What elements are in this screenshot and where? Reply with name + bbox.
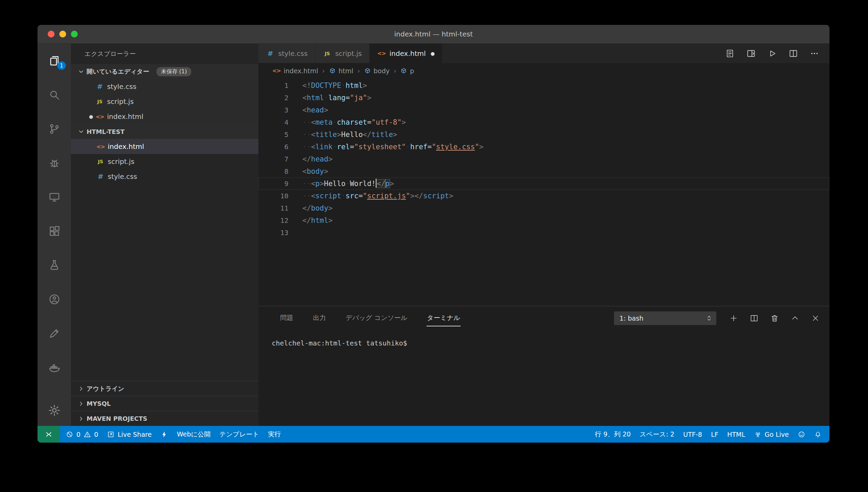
status-label: LF bbox=[711, 431, 718, 438]
code-line-5[interactable]: 5··<title>Hello</title> bbox=[258, 128, 829, 141]
new-terminal-button[interactable] bbox=[729, 314, 738, 323]
code-line-2[interactable]: 2<html·lang="ja"> bbox=[258, 92, 829, 104]
file-name: style.css bbox=[107, 82, 136, 91]
line-number: 5 bbox=[258, 128, 288, 141]
code-line-13[interactable]: 13 bbox=[258, 227, 829, 239]
close-window-button[interactable] bbox=[48, 31, 55, 37]
status-label: Live Share bbox=[118, 431, 152, 438]
split-terminal-button[interactable] bbox=[750, 314, 759, 323]
activity-editing[interactable] bbox=[38, 316, 71, 350]
whitespace-dot: · bbox=[333, 143, 337, 151]
close-panel-button[interactable] bbox=[811, 314, 820, 323]
minimize-window-button[interactable] bbox=[59, 31, 66, 37]
code-line-6[interactable]: 6··<link·rel="stylesheet"·href="style.cs… bbox=[258, 141, 829, 153]
tab-index.html[interactable]: <>index.html● bbox=[370, 44, 443, 63]
activity-search[interactable] bbox=[38, 78, 71, 112]
code-line-11[interactable]: 11</body> bbox=[258, 202, 829, 214]
status-language-mode[interactable]: HTML bbox=[723, 426, 750, 443]
status-template[interactable]: テンプレート bbox=[215, 426, 264, 443]
breadcrumb-p[interactable]: p bbox=[400, 67, 414, 75]
activity-settings[interactable] bbox=[38, 395, 71, 426]
panel-tab-output[interactable]: 出力 bbox=[312, 310, 327, 326]
line-content: </body> bbox=[288, 202, 333, 214]
code-line-9[interactable]: 9··<p>Hello·World!</p> bbox=[258, 178, 829, 190]
breadcrumb-index.html[interactable]: <>index.html bbox=[272, 67, 318, 75]
code-line-3[interactable]: 3<head> bbox=[258, 104, 829, 116]
activity-remote-explorer[interactable] bbox=[38, 180, 71, 214]
code-line-12[interactable]: 12</html> bbox=[258, 214, 829, 227]
open-changes-button[interactable] bbox=[746, 49, 756, 58]
status-indentation[interactable]: スペース: 2 bbox=[635, 426, 679, 443]
section-maven-projects[interactable]: MAVEN PROJECTS bbox=[71, 411, 258, 426]
beaker-icon bbox=[48, 259, 61, 272]
activity-extensions[interactable] bbox=[38, 214, 71, 248]
breadcrumb-separator: › bbox=[322, 67, 325, 75]
status-problems[interactable]: 00 bbox=[61, 426, 103, 443]
status-bolt[interactable] bbox=[156, 426, 173, 443]
tab-label: script.js bbox=[335, 49, 362, 58]
run-button[interactable] bbox=[767, 49, 777, 58]
more-icon bbox=[810, 49, 819, 58]
status-encoding[interactable]: UTF-8 bbox=[679, 426, 706, 443]
panel-tab-terminal[interactable]: ターミナル bbox=[426, 310, 461, 326]
kill-terminal-button[interactable] bbox=[770, 314, 779, 323]
code-line-1[interactable]: 1<!DOCTYPE·html> bbox=[258, 79, 829, 92]
code-line-8[interactable]: 8<body> bbox=[258, 165, 829, 178]
title-bar[interactable]: index.html — html-test bbox=[38, 25, 829, 44]
status-go-live[interactable]: Go Live bbox=[750, 426, 793, 443]
status-cursor-position[interactable]: 行 9、列 20 bbox=[590, 426, 635, 443]
line-content: ··<script·src="script.js"></script> bbox=[288, 190, 453, 202]
status-live-share[interactable]: Live Share bbox=[103, 426, 156, 443]
file-index.html[interactable]: <>index.html bbox=[71, 139, 258, 154]
status-notifications[interactable] bbox=[810, 426, 826, 443]
chevU-icon bbox=[791, 314, 799, 323]
status-eol[interactable]: LF bbox=[706, 426, 723, 443]
breadcrumb-html[interactable]: html bbox=[329, 67, 353, 75]
status-bar: 00Live ShareWebに公開テンプレート実行 行 9、列 20スペース:… bbox=[38, 426, 829, 443]
activity-live-share[interactable] bbox=[38, 282, 71, 316]
tab-style.css[interactable]: #style.css bbox=[258, 44, 315, 63]
open-editor-index.html[interactable]: ●<>index.html bbox=[71, 109, 258, 124]
breadcrumb-label: html bbox=[339, 67, 353, 75]
tab-script.js[interactable]: JSscript.js bbox=[315, 44, 370, 63]
activity-docker[interactable] bbox=[38, 350, 71, 384]
open-editor-script.js[interactable]: JSscript.js bbox=[71, 94, 258, 109]
folder-header[interactable]: HTML-TEST bbox=[71, 124, 258, 139]
file-script.js[interactable]: JSscript.js bbox=[71, 154, 258, 169]
status-remote-indicator[interactable] bbox=[38, 426, 60, 443]
html-file-icon: <> bbox=[95, 113, 104, 120]
code-line-10[interactable]: 10··<script·src="script.js"></script> bbox=[258, 190, 829, 202]
panel-tab-debug-console[interactable]: デバッグ コンソール bbox=[345, 310, 408, 326]
more-actions-button[interactable] bbox=[810, 49, 819, 58]
code-editor[interactable]: 1<!DOCTYPE·html>2<html·lang="ja">3<head>… bbox=[258, 78, 829, 306]
open-editor-style.css[interactable]: #style.css bbox=[71, 79, 258, 94]
terminal-picker[interactable]: 1: bash bbox=[614, 311, 716, 325]
bell-icon bbox=[814, 431, 822, 438]
status-feedback[interactable] bbox=[793, 426, 810, 443]
js-file-icon: JS bbox=[95, 99, 104, 104]
maximize-panel-button[interactable] bbox=[791, 314, 799, 323]
activity-debug[interactable] bbox=[38, 146, 71, 180]
panel-tab-problems[interactable]: 問題 bbox=[280, 310, 294, 326]
activity-explorer[interactable]: 1 bbox=[38, 44, 71, 78]
breadcrumb-body[interactable]: body bbox=[364, 67, 390, 75]
section-outline[interactable]: アウトライン bbox=[71, 381, 258, 396]
section-mysql[interactable]: MYSQL bbox=[71, 396, 258, 411]
status-run[interactable]: 実行 bbox=[264, 426, 285, 443]
activity-source-control[interactable] bbox=[38, 112, 71, 146]
docker-icon bbox=[48, 361, 61, 374]
status-publish-web[interactable]: Webに公開 bbox=[173, 426, 215, 443]
open-editors-header[interactable]: 開いているエディター 未保存 (1) bbox=[71, 64, 258, 79]
file-style.css[interactable]: #style.css bbox=[71, 169, 258, 184]
open-preview-button[interactable] bbox=[725, 49, 735, 58]
activity-test[interactable] bbox=[38, 248, 71, 282]
split-editor-button[interactable] bbox=[789, 49, 798, 58]
text-cursor bbox=[376, 179, 376, 188]
code-line-7[interactable]: 7</head> bbox=[258, 153, 829, 165]
code-line-4[interactable]: 4··<meta·charset="utf-8"> bbox=[258, 116, 829, 128]
zoom-window-button[interactable] bbox=[71, 31, 78, 37]
js-file-icon: JS bbox=[323, 51, 332, 56]
terminal[interactable]: chelchel-mac:html-test tatsuhiko$ bbox=[258, 330, 829, 426]
whitespace-dot: · bbox=[302, 143, 307, 151]
open-editors-label: 開いているエディター bbox=[87, 67, 149, 76]
